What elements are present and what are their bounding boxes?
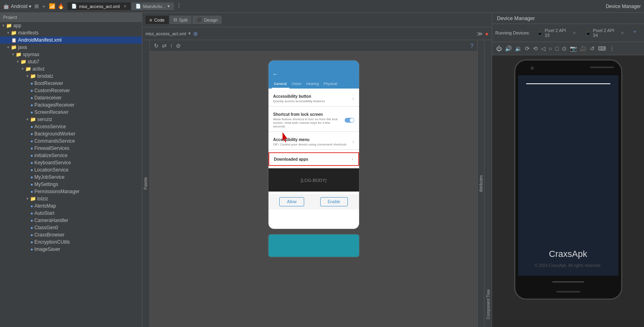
swap-icon[interactable]: ⇄ [162, 42, 167, 49]
shortcut-lock-section[interactable]: Shortcut from lock screen Allow feature … [269, 109, 359, 132]
help-icon[interactable]: ? [470, 42, 473, 49]
rotate-alt-icon[interactable]: ⟲ [532, 44, 539, 52]
tree-camerahandler[interactable]: ● CameraHandler [0, 217, 142, 224]
phone-button-row: Allow Enable [269, 194, 359, 210]
add-device-tab-button[interactable]: ＋ [629, 26, 641, 40]
tree-label: Datareceiver [34, 95, 62, 101]
tree-autostart[interactable]: ● AutoStart [0, 210, 142, 217]
phone-accessibility-tabs: General Vision Hearing Physical [269, 80, 359, 89]
close-tab-pixel2-34[interactable]: ✕ [621, 31, 624, 35]
tree-datareceiver[interactable]: ● Datareceiver [0, 94, 142, 101]
tree-spymax[interactable]: ▼ 📁 spymax [0, 51, 142, 58]
tree-craxsbrowser[interactable]: ● CraxsBrowser [0, 231, 142, 238]
keyboard-icon[interactable]: ⌨ [597, 44, 607, 52]
java-icon: ● [30, 103, 33, 107]
tree-mysettings[interactable]: ● MySettings [0, 181, 142, 188]
tree-app[interactable]: ▼ 📁 app [0, 22, 142, 29]
phone-tab-hearing[interactable]: Hearing [304, 80, 321, 89]
folder-icon: 📁 [11, 30, 17, 36]
volume-down-icon[interactable]: 🔉 [514, 44, 523, 52]
back-icon[interactable]: ◁ [540, 44, 546, 52]
device-tab-pixel2-33[interactable]: 📱 Pixel 2 API 33 ✕ [532, 26, 580, 40]
tree-accessservice[interactable]: ● AccessService [0, 123, 142, 130]
layers-icon[interactable]: ⊕ [193, 30, 198, 37]
tree-bootreceiver[interactable]: ● BootReceiver [0, 80, 142, 87]
downloaded-apps-section[interactable]: Downloaded apps › [269, 152, 359, 166]
recents-icon[interactable]: □ [554, 44, 559, 52]
add-icon[interactable]: ＋ [41, 3, 46, 10]
expand-arrow: ▼ [6, 31, 10, 35]
tree-classgen0[interactable]: ● ClassGen0 [0, 224, 142, 231]
phone-tab-general[interactable]: General [272, 80, 289, 89]
rotate-icon[interactable]: ⟳ [524, 44, 531, 52]
tree-customreceiver[interactable]: ● CustomReceiver [0, 87, 142, 94]
palette-label: Palette [143, 177, 148, 190]
tree-firewallservices[interactable]: ● FirewallServices [0, 145, 142, 152]
tree-imagesaver[interactable]: ● ImageSaver [0, 246, 142, 253]
tab-miui-access[interactable]: 📄 miui_access_act.xml ✕ [67, 2, 130, 10]
tree-keyboardservice[interactable]: ● KeyboardService [0, 159, 142, 166]
shortcut-lock-desc: Allow feature shortcut to turn on from t… [273, 117, 341, 128]
device-speaker [590, 67, 614, 68]
java-icon: ● [30, 175, 33, 180]
allow-button[interactable]: Allow [279, 197, 304, 206]
center-panel: ≡ Code ⊟ Split ⬛ Design miui_access_act.… [142, 13, 492, 327]
tab-split[interactable]: ⊟ Split [170, 16, 192, 24]
tree-alertsmap[interactable]: ● AlertsMap [0, 202, 142, 210]
more-device-icon[interactable]: ⋮ [608, 44, 616, 52]
tree-packagesreceiver[interactable]: ● PackagesReceiver [0, 101, 142, 109]
tree-servziz[interactable]: ▼ 📁 servziz [0, 116, 142, 123]
tree-commandsservice[interactable]: ● CommandsService [0, 137, 142, 145]
tree-activz[interactable]: ▼ 📁 activz [0, 65, 142, 73]
close-tab-icon[interactable]: ✕ [123, 4, 127, 8]
editor-content-area: Palette ↻ ⇄ ↑ ⊘ ? [142, 40, 492, 327]
more-icon[interactable]: ≫ [477, 30, 483, 37]
volume-icon[interactable]: 🔊 [504, 44, 513, 52]
tree-encryptioncutils[interactable]: ● EncryptionCUtils [0, 238, 142, 246]
tree-stub7[interactable]: ▼ 📁 stub7 [0, 58, 142, 65]
refresh-icon[interactable]: ↻ [154, 42, 159, 49]
tree-initializeservice[interactable]: ● initializeService [0, 152, 142, 159]
tree-myjobservice[interactable]: ● MyJobService [0, 174, 142, 181]
phone-tab-vision[interactable]: Vision [289, 80, 304, 89]
camera-icon[interactable]: 📷 [569, 44, 577, 52]
close-tab-pixel2-33[interactable]: ✕ [573, 31, 576, 35]
accessibility-button-section[interactable]: Accessibility button Quickly access acce… [269, 91, 359, 107]
tree-androidmanifest[interactable]: 📋 AndroidManifest.xml [0, 36, 142, 44]
device-icon[interactable]: ⊞ [34, 3, 39, 9]
phone-tab-physical[interactable]: Physical [321, 80, 339, 89]
enable-button[interactable]: Enable [320, 197, 348, 206]
tree-locationservice[interactable]: ● LocationService [0, 166, 142, 174]
home-icon[interactable]: ○ [548, 44, 553, 52]
device-bottom-nav [519, 276, 618, 288]
power-icon[interactable]: ⏻ [495, 44, 503, 52]
tree-label: AlertsMap [34, 203, 56, 209]
tree-brodatz[interactable]: ▼ 📁 brodatz [0, 73, 142, 80]
shortcut-lock-toggle[interactable] [345, 118, 354, 123]
reload-icon[interactable]: ↺ [589, 44, 596, 52]
pointer-icon[interactable]: ⊘ [176, 42, 181, 49]
accessibility-menu-section[interactable]: Accessibility menu Off / Control your de… [269, 134, 359, 150]
tab-design[interactable]: ⬛ Design [192, 16, 222, 24]
tree-screenreceiver[interactable]: ● ScreenReceiver [0, 109, 142, 116]
video-icon[interactable]: 🎥 [579, 44, 587, 52]
wifi-icon[interactable]: 📶 [49, 3, 55, 9]
tree-manifests[interactable]: ▼ 📁 manifests [0, 29, 142, 36]
more-tabs-icon[interactable]: ⋮ [176, 2, 182, 10]
tree-java[interactable]: ▼ 📁 java [0, 44, 142, 51]
up-icon[interactable]: ↑ [170, 42, 173, 49]
tree-backgroundworker[interactable]: ● BackgroundWorker [0, 130, 142, 137]
shortcut-lock-row: Shortcut from lock screen Allow feature … [273, 112, 354, 128]
tree-permissionsmanager[interactable]: ● PermissionsManager [0, 188, 142, 195]
device-tab-pixel2-34[interactable]: 📱 Pixel 2 API 34 ✕ [581, 26, 629, 40]
downloaded-apps-title: Downloaded apps [274, 157, 309, 161]
back-arrow-icon[interactable]: ← [273, 71, 278, 77]
tab-mainactiv[interactable]: 📄 MainActiv... ▾ [131, 2, 174, 10]
xml-icon: 📋 [11, 38, 17, 43]
screenshot-icon[interactable]: ⊙ [561, 44, 567, 52]
running-devices-label: Running Devices: [495, 30, 530, 35]
tree-tolziz[interactable]: ▼ 📁 tolziz [0, 195, 142, 202]
android-label[interactable]: 🤖 Android ▾ [3, 4, 31, 9]
tab-code[interactable]: ≡ Code [145, 16, 169, 24]
fire-icon[interactable]: 🔥 [58, 3, 64, 9]
